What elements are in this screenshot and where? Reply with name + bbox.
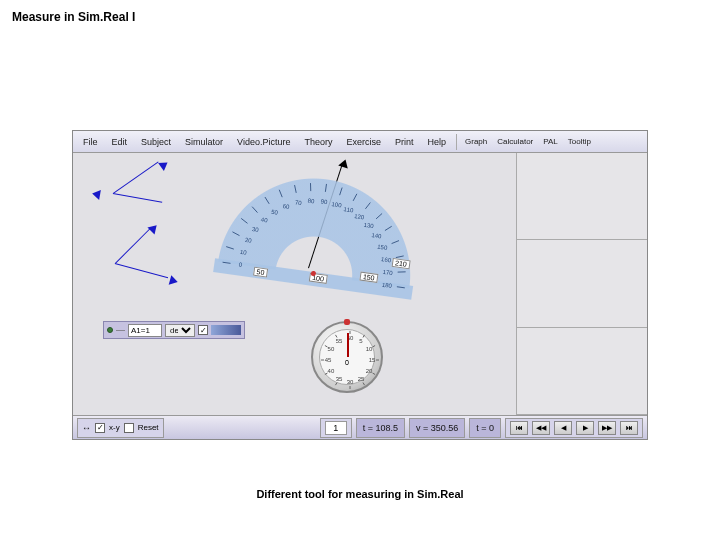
svg-line-34 [398, 271, 406, 273]
svg-text:40: 40 [260, 217, 268, 224]
svg-text:130: 130 [363, 222, 374, 229]
reset-label: Reset [138, 423, 159, 432]
svg-line-47 [373, 373, 376, 375]
svg-text:140: 140 [371, 232, 382, 239]
step-fwd-button[interactable]: ▶▶ [598, 421, 616, 435]
step-back-button[interactable]: ◀◀ [532, 421, 550, 435]
clock-hand-icon [347, 333, 349, 357]
measure-checkbox[interactable]: ✓ [198, 325, 208, 335]
record-dot-icon[interactable] [107, 327, 113, 333]
rewind-button[interactable]: ⏮ [510, 421, 528, 435]
vector-arrow-icon [91, 189, 101, 200]
svg-line-10 [264, 197, 270, 204]
svg-line-41 [363, 335, 365, 338]
svg-line-8 [251, 207, 258, 213]
svg-text:20: 20 [366, 368, 373, 374]
menu-calculator[interactable]: Calculator [493, 135, 537, 148]
menu-graph[interactable]: Graph [461, 135, 491, 148]
svg-text:55: 55 [336, 338, 343, 344]
frame-input[interactable] [325, 421, 347, 435]
svg-text:35: 35 [336, 376, 343, 382]
xy-checkbox[interactable]: ✓ [95, 423, 105, 433]
svg-line-53 [336, 383, 338, 386]
svg-text:25: 25 [358, 376, 365, 382]
menu-separator [456, 134, 457, 150]
vector-line [115, 263, 168, 278]
svg-text:110: 110 [343, 206, 354, 213]
menu-print[interactable]: Print [389, 135, 420, 149]
color-swatch[interactable] [211, 325, 241, 335]
svg-text:40: 40 [328, 368, 335, 374]
menubar: File Edit Subject Simulator Video.Pictur… [73, 131, 647, 153]
svg-line-12 [278, 190, 283, 197]
side-panel-top[interactable] [517, 153, 647, 240]
vector-line [113, 161, 159, 193]
svg-line-14 [294, 185, 298, 193]
vector-line [115, 228, 151, 264]
speed-readout: v = 350.56 [409, 418, 465, 438]
menu-edit[interactable]: Edit [106, 135, 134, 149]
measure-toolbar[interactable]: — deg ✓ [103, 321, 245, 339]
svg-text:5: 5 [359, 338, 363, 344]
menu-video-picture[interactable]: Video.Picture [231, 135, 296, 149]
svg-text:15: 15 [369, 357, 376, 363]
side-panel-bottom[interactable] [517, 328, 647, 415]
unit-select[interactable]: deg [165, 324, 195, 337]
svg-text:20: 20 [245, 237, 253, 244]
svg-text:150: 150 [377, 244, 388, 251]
svg-text:10: 10 [366, 346, 373, 352]
menu-help[interactable]: Help [422, 135, 453, 149]
simulation-canvas[interactable]: 0102030405060708090100110120130140150160… [73, 153, 517, 415]
reset-checkbox[interactable] [124, 423, 134, 433]
menu-tooltip[interactable]: Tooltip [564, 135, 595, 148]
slide-title: Measure in Sim.Real I [12, 10, 135, 24]
svg-text:50: 50 [328, 346, 335, 352]
svg-text:0: 0 [238, 262, 243, 268]
svg-text:60: 60 [282, 203, 290, 210]
playback-controls: ⏮ ◀◀ ◀ ▶ ▶▶ ⏭ [505, 418, 643, 438]
vector-arrow-icon [158, 158, 170, 171]
svg-text:30: 30 [347, 379, 354, 385]
menu-pal[interactable]: PAL [539, 135, 562, 148]
menu-theory[interactable]: Theory [298, 135, 338, 149]
play-button[interactable]: ▶ [576, 421, 594, 435]
stopwatch-crown-icon [344, 319, 350, 325]
svg-text:180: 180 [382, 282, 393, 289]
svg-text:70: 70 [295, 199, 303, 206]
vector-arrow-icon [147, 222, 160, 235]
svg-text:10: 10 [240, 249, 248, 256]
svg-line-6 [241, 218, 248, 223]
menu-simulator[interactable]: Simulator [179, 135, 229, 149]
svg-text:170: 170 [382, 269, 393, 276]
svg-line-2 [226, 247, 234, 249]
time2-readout: t = 0 [469, 418, 501, 438]
play-back-button[interactable]: ◀ [554, 421, 572, 435]
svg-line-18 [325, 184, 326, 192]
menu-exercise[interactable]: Exercise [340, 135, 387, 149]
svg-text:100: 100 [331, 201, 342, 208]
stopwatch-tool[interactable]: 60510152025303540455055 0 [311, 321, 383, 393]
clock-center-label: 0 [345, 359, 349, 366]
svg-text:45: 45 [325, 357, 332, 363]
time-readout: t = 108.5 [356, 418, 405, 438]
workspace: 0102030405060708090100110120130140150160… [73, 153, 647, 415]
svg-line-30 [392, 240, 399, 245]
protractor-tool[interactable]: 0102030405060708090100110120130140150160… [214, 162, 427, 294]
svg-line-24 [365, 202, 370, 209]
side-panels [517, 153, 647, 415]
svg-line-20 [340, 187, 342, 195]
svg-line-0 [223, 262, 231, 263]
svg-text:30: 30 [252, 226, 260, 233]
frame-panel [320, 418, 352, 438]
svg-text:50: 50 [271, 209, 279, 216]
svg-text:120: 120 [354, 213, 365, 220]
svg-line-36 [397, 287, 405, 288]
simreal-window: File Edit Subject Simulator Video.Pictur… [72, 130, 648, 440]
menu-file[interactable]: File [77, 135, 104, 149]
slide-caption: Different tool for measuring in Sim.Real [0, 488, 720, 500]
end-button[interactable]: ⏭ [620, 421, 638, 435]
svg-text:160: 160 [381, 256, 392, 263]
angle-value-input[interactable] [128, 324, 162, 337]
menu-subject[interactable]: Subject [135, 135, 177, 149]
side-panel-mid[interactable] [517, 240, 647, 327]
